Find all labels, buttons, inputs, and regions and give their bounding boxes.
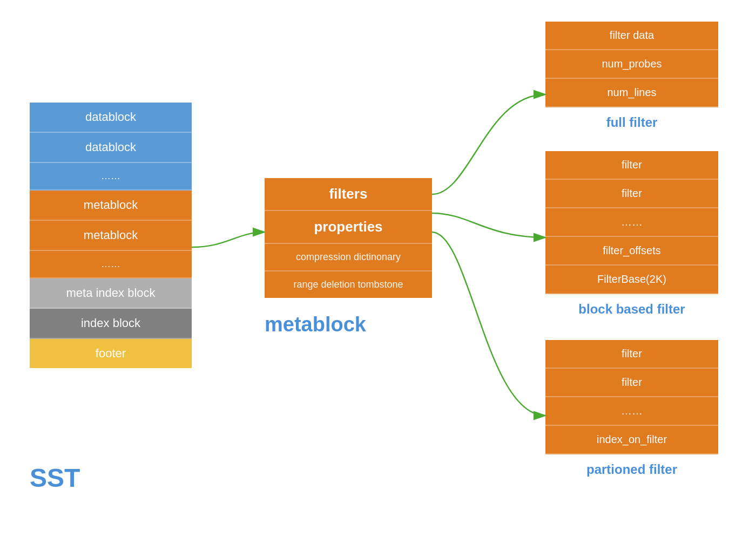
partitioned-filter-row-2: …… (545, 397, 718, 426)
sst-block: datablockdatablock……metablockmetablock……… (30, 103, 192, 368)
meta-row-3: range deletion tombstone (265, 271, 432, 298)
sst-row-5: …… (30, 251, 192, 278)
meta-row-0: filters (265, 178, 432, 211)
full-filter-row-2: num_lines (545, 79, 718, 107)
sst-row-8: footer (30, 339, 192, 368)
sst-row-1: datablock (30, 133, 192, 163)
sst-row-6: meta index block (30, 278, 192, 309)
sst-row-2: …… (30, 163, 192, 191)
block-filter-row-0: filter (545, 151, 718, 180)
full-filter-row-1: num_probes (545, 50, 718, 79)
block-filter-row-4: FilterBase(2K) (545, 266, 718, 294)
partitioned-filter-row-0: filter (545, 340, 718, 369)
partitioned-filter-panel: filterfilter……index_on_filterpartioned f… (545, 340, 718, 480)
metablock-label: metablock (265, 313, 366, 336)
partitioned-filter-row-3: index_on_filter (545, 426, 718, 454)
partitioned-filter-label: partioned filter (545, 459, 718, 480)
block-filter-row-2: …… (545, 208, 718, 237)
sst-label: SST (30, 463, 80, 493)
sst-row-0: datablock (30, 103, 192, 133)
block-filter-panel: filterfilter……filter_offsetsFilterBase(2… (545, 151, 718, 320)
meta-row-1: properties (265, 211, 432, 244)
diagram-container: datablockdatablock……metablockmetablock……… (0, 0, 756, 537)
sst-row-7: index block (30, 309, 192, 339)
meta-row-2: compression dictinonary (265, 244, 432, 271)
sst-row-4: metablock (30, 221, 192, 251)
full-filter-row-0: filter data (545, 22, 718, 50)
full-filter-panel: filter datanum_probesnum_linesfull filte… (545, 22, 718, 133)
block-filter-row-1: filter (545, 180, 718, 208)
full-filter-label: full filter (545, 112, 718, 133)
sst-row-3: metablock (30, 191, 192, 221)
metablock: filterspropertiescompression dictinonary… (265, 178, 432, 298)
block-filter-row-3: filter_offsets (545, 237, 718, 266)
block-filter-label: block based filter (545, 298, 718, 320)
partitioned-filter-row-1: filter (545, 369, 718, 397)
